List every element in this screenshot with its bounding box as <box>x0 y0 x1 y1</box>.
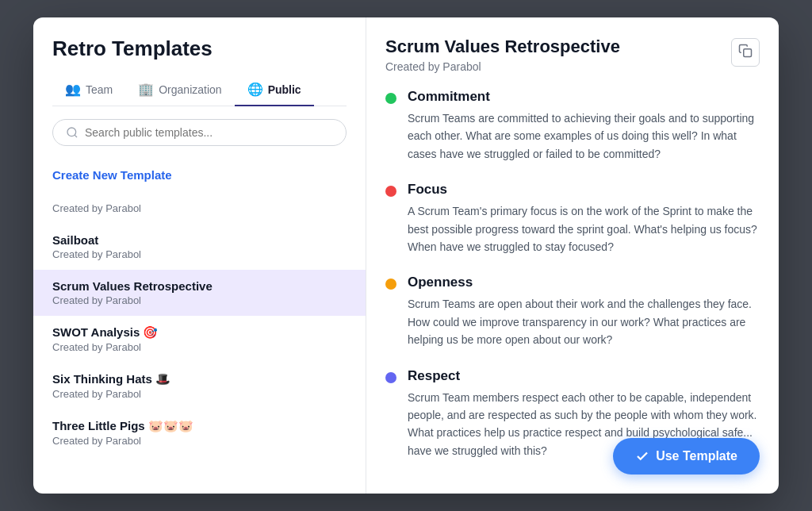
template-six-hats-author: Created by Parabol <box>52 388 347 400</box>
left-header: Retro Templates 👥 Team 🏢 Organization 🌐 … <box>33 17 366 106</box>
template-scrum-name: Scrum Values Retrospective <box>52 279 347 293</box>
value-item-commitment: Commitment Scrum Teams are committed to … <box>385 89 760 163</box>
left-panel: Retro Templates 👥 Team 🏢 Organization 🌐 … <box>33 17 366 494</box>
right-panel: Scrum Values Retrospective Created by Pa… <box>366 17 779 494</box>
template-swot-name: SWOT Analysis 🎯 <box>52 325 347 340</box>
tab-public-label: Public <box>268 83 301 96</box>
tab-team[interactable]: 👥 Team <box>52 74 125 106</box>
team-icon: 👥 <box>65 82 81 97</box>
tab-organization[interactable]: 🏢 Organization <box>125 74 234 106</box>
detail-title-area: Scrum Values Retrospective Created by Pa… <box>385 36 620 73</box>
tab-team-label: Team <box>86 83 113 96</box>
svg-line-1 <box>75 135 77 137</box>
openness-desc: Scrum Teams are open about their work an… <box>408 295 760 348</box>
template-six-hats-name: Six Thinking Hats 🎩 <box>52 372 347 386</box>
template-sailboat-author: Created by Parabol <box>52 248 347 260</box>
search-input[interactable] <box>85 126 333 139</box>
svg-point-0 <box>67 128 76 136</box>
openness-title: Openness <box>408 275 760 290</box>
tabs-container: 👥 Team 🏢 Organization 🌐 Public <box>52 74 347 106</box>
template-list: Create New Template Created by Parabol S… <box>33 159 366 494</box>
search-area <box>33 106 366 159</box>
create-new-label: Create New Template <box>52 168 347 182</box>
retro-templates-modal: Retro Templates 👥 Team 🏢 Organization 🌐 … <box>33 17 779 494</box>
search-box <box>52 119 347 146</box>
template-sailboat-name: Sailboat <box>52 233 347 247</box>
detail-content: Commitment Scrum Teams are committed to … <box>366 83 779 494</box>
focus-desc: A Scrum Team's primary focus is on the w… <box>408 202 760 256</box>
template-item-six-hats[interactable]: Six Thinking Hats 🎩 Created by Parabol <box>33 363 366 409</box>
tab-public[interactable]: 🌐 Public <box>235 74 314 106</box>
modal-title: Retro Templates <box>52 36 347 61</box>
focus-body: Focus A Scrum Team's primary focus is on… <box>408 182 760 256</box>
template-item-scrum-values[interactable]: Scrum Values Retrospective Created by Pa… <box>33 270 366 316</box>
template-three-pigs-author: Created by Parabol <box>52 435 347 447</box>
openness-dot <box>385 279 396 290</box>
copy-button[interactable] <box>731 38 760 67</box>
template-item-three-pigs[interactable]: Three Little Pigs 🐷🐷🐷 Created by Parabol <box>33 409 366 456</box>
template-item-parabol[interactable]: Created by Parabol <box>33 191 366 224</box>
template-three-pigs-name: Three Little Pigs 🐷🐷🐷 <box>52 419 347 433</box>
search-icon <box>66 126 79 139</box>
template-item-sailboat[interactable]: Sailboat Created by Parabol <box>33 224 366 270</box>
create-new-template[interactable]: Create New Template <box>33 159 366 191</box>
template-swot-author: Created by Parabol <box>52 341 347 353</box>
public-icon: 🌐 <box>247 82 263 97</box>
tab-org-label: Organization <box>159 83 221 96</box>
check-icon <box>635 449 649 463</box>
detail-subtitle: Created by Parabol <box>385 60 620 73</box>
template-parabol-author: Created by Parabol <box>52 202 347 214</box>
modal-overlay: Retro Templates 👥 Team 🏢 Organization 🌐 … <box>0 0 812 511</box>
focus-dot <box>385 186 396 197</box>
svg-rect-2 <box>744 49 752 57</box>
use-template-button[interactable]: Use Template <box>613 438 760 474</box>
use-template-label: Use Template <box>656 449 737 463</box>
detail-title: Scrum Values Retrospective <box>385 36 620 57</box>
value-item-focus: Focus A Scrum Team's primary focus is on… <box>385 182 760 256</box>
commitment-body: Commitment Scrum Teams are committed to … <box>408 89 760 163</box>
respect-dot <box>385 372 396 383</box>
right-header: Scrum Values Retrospective Created by Pa… <box>366 17 779 83</box>
value-item-openness: Openness Scrum Teams are open about thei… <box>385 275 760 348</box>
template-item-swot[interactable]: SWOT Analysis 🎯 Created by Parabol <box>33 316 366 363</box>
commitment-dot <box>385 93 396 104</box>
copy-icon <box>738 44 753 58</box>
template-scrum-author: Created by Parabol <box>52 294 347 306</box>
commitment-title: Commitment <box>408 89 760 105</box>
commitment-desc: Scrum Teams are committed to achieving t… <box>408 110 760 163</box>
openness-body: Openness Scrum Teams are open about thei… <box>408 275 760 348</box>
org-icon: 🏢 <box>138 82 154 97</box>
respect-title: Respect <box>408 368 760 384</box>
focus-title: Focus <box>408 182 760 198</box>
